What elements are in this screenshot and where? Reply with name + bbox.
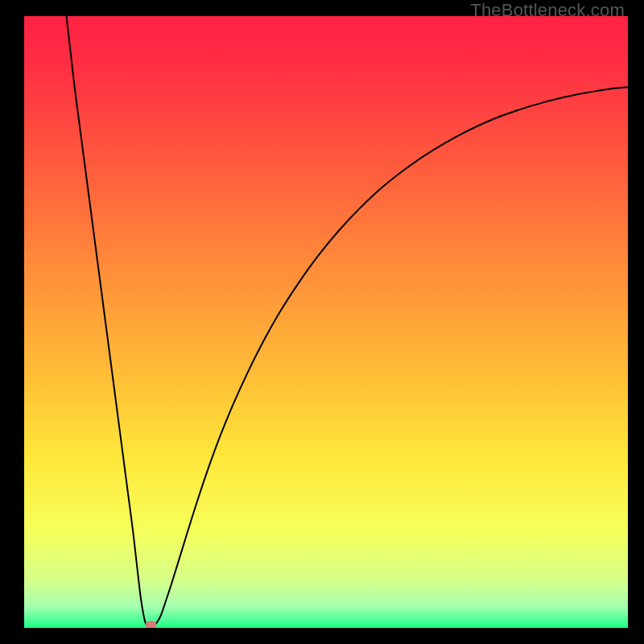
gradient-background	[24, 16, 628, 628]
chart-svg	[24, 16, 628, 628]
plot-area	[24, 16, 628, 628]
chart-container: TheBottleneck.com	[0, 0, 644, 644]
